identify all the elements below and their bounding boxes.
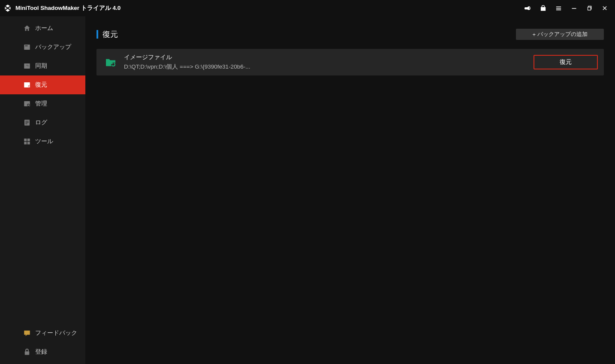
home-icon: [23, 24, 31, 32]
manage-icon: [23, 100, 31, 108]
restore-icon: C: [23, 81, 31, 89]
add-backup-label: バックアップの追加: [537, 30, 588, 38]
svg-rect-13: [24, 138, 27, 141]
titlebar: MiniTool ShadowMaker トライアル 4.0: [0, 0, 615, 16]
svg-rect-12: [25, 123, 27, 124]
svg-rect-2: [25, 45, 28, 46]
svg-rect-11: [25, 122, 29, 123]
main-content: 復元 + バックアップの追加 イメージファイル D:\QT;D:\vpn;: [85, 16, 615, 364]
tools-icon: [23, 138, 31, 145]
sidebar-item-sync[interactable]: 同期: [0, 57, 85, 75]
svg-rect-0: [572, 8, 576, 9]
page-title-accent: [96, 30, 98, 39]
svg-rect-16: [27, 142, 30, 144]
minimize-icon[interactable]: [570, 4, 578, 12]
sidebar-item-register[interactable]: 登録: [0, 343, 85, 361]
maximize-icon[interactable]: [585, 4, 594, 12]
register-icon: [23, 348, 31, 356]
main-header: 復元 + バックアップの追加: [96, 24, 604, 45]
svg-text:C: C: [28, 85, 30, 87]
sidebar-item-feedback[interactable]: フィードバック: [0, 324, 85, 343]
sidebar-item-manage[interactable]: 管理: [0, 94, 85, 113]
svg-rect-17: [24, 331, 30, 335]
sidebar-item-label: フィードバック: [23, 329, 77, 337]
app-logo-icon: [3, 4, 12, 12]
list-item[interactable]: イメージファイル D:\QT;D:\vpn;D:\個人 ===> G:\{939…: [96, 49, 604, 75]
shop-icon[interactable]: [539, 4, 547, 12]
key-icon[interactable]: [523, 4, 532, 12]
sidebar-item-backup[interactable]: バックアップ: [0, 38, 85, 57]
svg-rect-14: [27, 138, 30, 141]
log-icon: [23, 119, 31, 126]
svg-rect-15: [24, 142, 27, 144]
sidebar: ホーム バックアップ 同期 C 復元 管理: [0, 16, 85, 364]
sidebar-item-home[interactable]: ホーム: [0, 19, 85, 38]
svg-point-8: [27, 104, 29, 106]
close-icon[interactable]: [600, 4, 609, 12]
sidebar-item-log[interactable]: ログ: [0, 113, 85, 132]
feedback-icon: [23, 329, 31, 337]
svg-rect-1: [24, 45, 30, 50]
page-title: 復元: [102, 29, 118, 39]
sidebar-item-tools[interactable]: ツール: [0, 132, 85, 151]
backup-list: イメージファイル D:\QT;D:\vpn;D:\個人 ===> G:\{939…: [96, 49, 604, 75]
menu-icon[interactable]: [554, 4, 563, 12]
plus-icon: +: [532, 31, 536, 38]
sidebar-item-restore[interactable]: C 復元: [0, 75, 85, 94]
app-title: MiniTool ShadowMaker トライアル 4.0: [15, 4, 121, 12]
restore-button[interactable]: 復元: [534, 55, 598, 69]
svg-rect-10: [25, 121, 29, 121]
sync-icon: [23, 62, 31, 70]
folder-restore-icon: [105, 57, 116, 67]
svg-rect-18: [25, 352, 30, 355]
add-backup-button[interactable]: + バックアップの追加: [516, 29, 604, 40]
backup-icon: [23, 43, 31, 51]
svg-rect-3: [24, 63, 30, 69]
row-path: D:\QT;D:\vpn;D:\個人 ===> G:\{9390fe31-20b…: [124, 63, 526, 71]
row-title: イメージファイル: [124, 54, 526, 61]
